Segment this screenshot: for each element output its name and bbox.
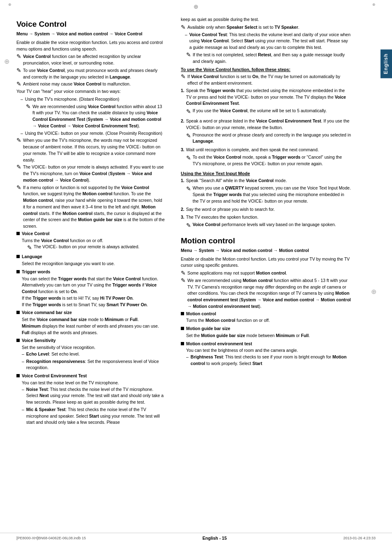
dash-icon-2: – <box>21 130 23 137</box>
bullet-body-trigger: You can select the Trigger words that st… <box>16 276 165 308</box>
step-3-note: ✎ To exit the Voice Control mode, speak … <box>186 154 351 167</box>
sub-note-icon-retest: ✎ <box>186 51 191 58</box>
section2-menu-path: Menu → System → Voice and motion control… <box>181 247 351 254</box>
bottom-bar: [PE8000-XH]BN68-04062E-06L08.indb 15 Eng… <box>0 533 392 543</box>
top-center-icon: ⊕ <box>194 3 198 10</box>
bullet-title-bar-size: Voice command bar size <box>22 310 72 316</box>
using-header: Using the Voice Text Input Mode <box>181 171 351 176</box>
bullet-language: Language Select the recognition language… <box>16 254 165 267</box>
step-3-note-icon: ✎ <box>186 154 191 162</box>
section2-note-text-2: We are recommended using Motion control … <box>187 277 351 310</box>
dash-note-icon-1: ✎ <box>26 103 31 110</box>
bullet-voice-sensitivity: Voice Sensitivity Set the sensitivity of… <box>16 337 165 371</box>
using-step-3-note-text: Voice Control performance levels will va… <box>193 222 336 228</box>
bullet-square-5 <box>16 339 20 342</box>
steps-header: To use the Voice Control function, follo… <box>181 67 351 72</box>
bottom-left: [PE8000-XH]BN68-04062E-06L08.indb 15 <box>16 536 86 540</box>
note-ambient: ✎ When you use the TV's microphone, the … <box>16 137 165 163</box>
step-3-note-text: To exit the Voice Control mode, speak a … <box>193 154 351 167</box>
bullet-body-motion-env: You can test the brightness of room and … <box>181 347 351 367</box>
using-step-1-label: 1. <box>181 178 184 184</box>
section2-note-icon-2: ✎ <box>181 277 186 284</box>
sensitivity-dash-1: – Echo Level: Set echo level. <box>22 351 165 358</box>
bottom-center: English - 15 <box>203 536 227 541</box>
bullet-square-m3 <box>181 342 184 345</box>
bullet-body-bar-size: Set the Voice command bar size mode to M… <box>16 317 165 336</box>
bullet-body-sensitivity: Set the sensitivity of Voice recognition… <box>16 344 165 371</box>
bullet-header-sensitivity: Voice Sensitivity <box>16 337 165 344</box>
bullet-title-motion-bar: Motion guide bar size <box>186 326 230 332</box>
step-1-label: 1. <box>181 88 184 94</box>
bullet-header-voice-control: Voice Control <box>16 231 165 237</box>
bullet-square-6 <box>16 374 20 377</box>
bullet-motion-control: Motion control Turns the Motion control … <box>181 311 351 324</box>
sensitivity-dash-2: – Recognition responsiveness: Set the re… <box>22 358 165 372</box>
bullet-title-motion: Motion control <box>186 311 216 317</box>
sensitivity-dash-text-1: Echo Level: Set echo level. <box>26 351 80 358</box>
section1-menu-path: Menu → System → Voice and motion control… <box>16 31 165 37</box>
note-icon-3: ✎ <box>16 81 21 87</box>
section1-intro: Enable or disable the voice recognition … <box>16 39 165 53</box>
corner-tl: ⊕ <box>8 2 12 7</box>
using-step-2-body: Say the word or phrase you wish to searc… <box>186 206 275 213</box>
bullet-motion-env-test: Motion control environment test You can … <box>181 341 351 367</box>
note-icon-2: ✎ <box>16 67 21 74</box>
step-3-label: 3. <box>181 147 184 153</box>
motion-env-dash-text-1: Brightness Test: This test checks to see… <box>191 354 351 367</box>
bullet-title-vc-env-test: Voice Control Environment Test <box>22 373 87 379</box>
bullet-title-motion-env: Motion control environment test <box>186 341 252 347</box>
sub-note-retest: ✎ If the test is not completed, select R… <box>181 52 351 65</box>
bullet-voice-bar-size: Voice command bar size Set the Voice com… <box>16 310 165 336</box>
note-text-ambient: When you use the TV's microphone, the wo… <box>23 137 165 163</box>
bullet-header-motion-bar: Motion guide bar size <box>181 326 351 332</box>
bullet-body-voice-control: Turns the Voice Control function on or o… <box>16 238 165 252</box>
bullet-title-sensitivity: Voice Sensitivity <box>22 337 56 344</box>
section2-note-text-1: Some applications may not support Motion… <box>187 270 287 277</box>
note-icon-ambient: ✎ <box>16 137 21 143</box>
vc-env-dash-2: – Mic & Speaker Test: This test checks t… <box>22 407 165 426</box>
bullet-header-motion: Motion control <box>181 311 351 317</box>
note-text-vc-on: If Voice Control function is set to On, … <box>187 74 351 87</box>
using-step-1-note-text: When you use a QWERTY keypad screen, you… <box>193 185 351 204</box>
step-2-body: Speak a word or phrase listed in the Voi… <box>186 118 351 146</box>
page-container: ⊕ ⊕ ⊕ ⊕ ⊕ English Voice Control Menu → S… <box>0 0 392 543</box>
dash-text-vc-test: Voice Control Test: This test checks the… <box>189 32 351 51</box>
bullet-body-motion: Turns the Motion control function on or … <box>181 317 351 324</box>
note-icon-1: ✎ <box>16 53 21 60</box>
section2-title: Motion control <box>181 236 351 245</box>
note-text-speaker: Available only when Speaker Select is se… <box>187 24 299 31</box>
dash-vc-test: – Voice Control Test: This test checks t… <box>181 32 351 51</box>
vc-env-dash-icon-2: – <box>22 407 24 413</box>
bullet-square-1 <box>16 232 20 235</box>
sub-note-icon-vc: ✎ <box>27 243 32 252</box>
vc-env-dash-text-1: Noise Test: This test checks the noise l… <box>26 386 165 406</box>
note-text-motion: If a menu option or function is not supp… <box>23 185 165 230</box>
bottom-right: 2013-01-26 4:23:33 <box>343 536 376 540</box>
bullet-header-motion-env: Motion control environment test <box>181 341 351 347</box>
section1-title: Voice Control <box>16 20 165 29</box>
sensitivity-dash-icon-2: – <box>22 358 24 365</box>
corner-tr: ⊕ <box>372 2 376 7</box>
motion-env-dash-icon-1: – <box>186 354 189 360</box>
step-3: 3. Wait until recognition is complete, a… <box>181 147 351 168</box>
using-step-3-body: The TV executes the spoken function. ✎ V… <box>186 214 336 231</box>
dash-note-text-1: We are recommended using Voice Control f… <box>32 104 165 129</box>
note-text-3: Ambient noise may cause Voice Control to… <box>23 81 131 88</box>
sub-note-text-vc: The VOICE↓ button on your remote is alwa… <box>34 244 139 250</box>
bullet-square-3 <box>16 270 20 273</box>
continue-text: keep as quiet as possible during the tes… <box>181 16 351 23</box>
using-step-1-note: ✎ When you use a QWERTY keypad screen, y… <box>186 185 351 204</box>
step-2-note-icon: ✎ <box>186 132 191 140</box>
bullet-title-trigger: Trigger words <box>22 269 50 275</box>
step-2-note: ✎ Pronounce the word or phrase clearly a… <box>186 132 351 145</box>
using-step-1-note-icon: ✎ <box>186 185 191 193</box>
note-speaker-select: ✎ Available only when Speaker Select is … <box>181 24 351 31</box>
bullet-header-vc-env-test: Voice Control Environment Test <box>16 373 165 379</box>
using-step-1-body: Speak "Search All" while in the Voice Co… <box>186 178 351 205</box>
bullet-body-vc-env-test: You can test the noise level on the TV m… <box>16 380 165 426</box>
vc-env-dash-text-2: Mic & Speaker Test: This test checks the… <box>26 407 165 426</box>
using-step-2: 2. Say the word or phrase you wish to se… <box>181 206 351 213</box>
bullet-header-bar-size: Voice command bar size <box>16 310 165 316</box>
step-2-label: 2. <box>181 118 184 125</box>
sensitivity-dash-text-2: Recognition responsiveness: Set the resp… <box>26 358 165 372</box>
